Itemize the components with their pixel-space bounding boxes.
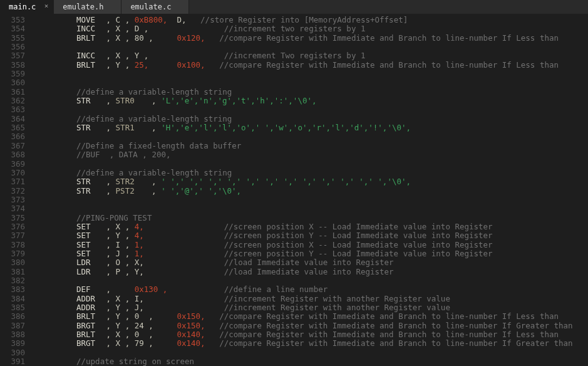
code-line: DEF , 0x130 , //define a line number	[31, 285, 588, 294]
editor-area[interactable]: 3533543553563573583593603613623633643653…	[0, 14, 588, 366]
tab-label: emulate.c	[130, 3, 171, 11]
code-line: BRLT , Y , 0 , 0x150, //compare Register…	[31, 312, 588, 321]
code-line	[31, 78, 588, 87]
code-line: MOVE , C , 0xB800, D, //store Register i…	[31, 16, 588, 24]
code-line: //define a variable-length string	[31, 88, 588, 97]
tab-bar: main.c × emulate.h emulate.c	[0, 0, 588, 14]
tab-main-c[interactable]: main.c ×	[0, 0, 54, 14]
code-line: STR , STR0 , 'L','e','n','g','t','h',':'…	[31, 97, 588, 105]
code-line: SET , J , 1, //screen position Y -- Load…	[31, 249, 588, 258]
code-line	[31, 132, 588, 141]
code-line: BRGT , Y , 24 , 0x150, //compare Registe…	[31, 322, 588, 330]
code-line	[31, 105, 588, 114]
code-line: SET , X , 4, //screen position X -- Load…	[31, 222, 588, 231]
code-line: STR , STR2 , ' ',' ',' ',' ',' ',' ',' '…	[31, 177, 588, 186]
tab-label: emulate.h	[63, 3, 103, 11]
code-line: //PING-PONG TEST	[31, 214, 588, 222]
tab-emulate-h[interactable]: emulate.h	[54, 0, 121, 14]
code-line: BRLT , X , 80 , 0x120, //compare Registe…	[31, 34, 588, 43]
code-line: LDR , P , Y, //load Immediate value into…	[31, 268, 588, 276]
code-line: //update string on screen	[31, 357, 588, 366]
code-line: STR , STR1 , 'H','e','l','l','o',' ','w'…	[31, 123, 588, 132]
code-line: SET , I , 1, //screen position X -- Load…	[31, 241, 588, 249]
code-line: ADDR , X , I, //increment Register with …	[31, 295, 588, 303]
code-line: //define a variable-length string	[31, 115, 588, 123]
code-line: BRGT , X , 79 , 0x140, //compare Registe…	[31, 339, 588, 348]
code-line: LDR , O , X, //load Immediate value into…	[31, 258, 588, 267]
line-gutter: 3533543553563573583593603613623633643653…	[0, 14, 31, 366]
code-line: INCC , X , D , //increment two registers…	[31, 24, 588, 33]
code-line: //BUF , DATA , 200,	[31, 150, 588, 159]
code-line	[31, 70, 588, 78]
code-line: SET , Y , 4, //screen position Y -- Load…	[31, 231, 588, 240]
tab-emulate-c[interactable]: emulate.c	[121, 0, 189, 14]
code-line: //define a variable-length string	[31, 169, 588, 177]
code-line	[31, 276, 588, 285]
code-line	[31, 196, 588, 204]
code-line	[31, 348, 588, 357]
code-line	[31, 160, 588, 169]
close-icon[interactable]: ×	[44, 2, 49, 10]
code-line: STR , PST2 , ' ','@',' ','\0',	[31, 187, 588, 196]
code-line: INCC , X , Y , //increment Two registers…	[31, 51, 588, 60]
code-line: BRLT , Y , 25, 0x100, //compare Register…	[31, 61, 588, 70]
code-line: ADDR , Y , J, //increment Register with …	[31, 303, 588, 312]
code-content[interactable]: MOVE , C , 0xB800, D, //store Register i…	[31, 14, 588, 366]
code-line	[31, 204, 588, 213]
code-line: BRLT , X , 0 , 0x140, //compare Register…	[31, 330, 588, 339]
code-line	[31, 43, 588, 51]
tab-label: main.c	[9, 3, 36, 11]
code-line: //Define a fixed-length data buffer	[31, 142, 588, 150]
